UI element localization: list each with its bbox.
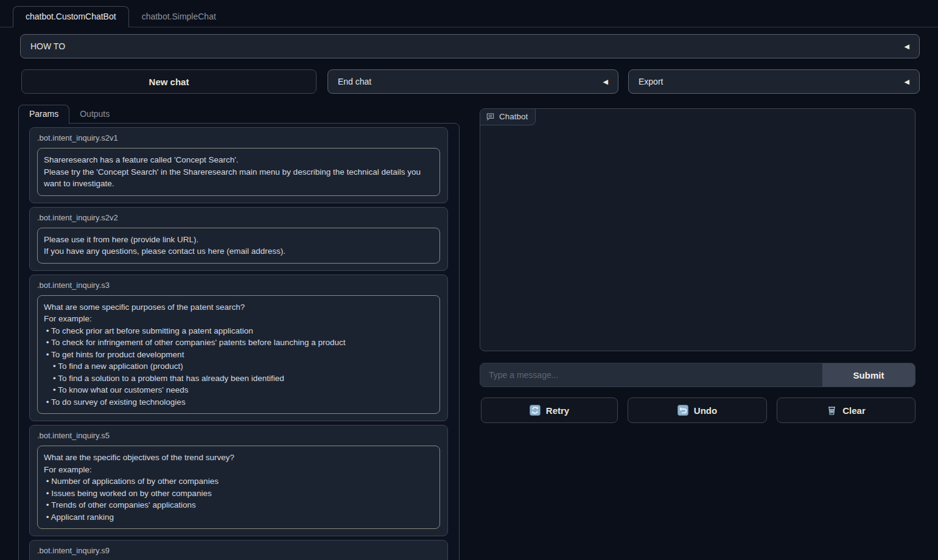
chatbot-label-text: Chatbot [499,112,528,121]
undo-button[interactable]: Undo [628,397,767,423]
param-group: .bot.intent_inquiry.s9 [29,540,448,560]
params-panel: .bot.intent_inquiry.s2v1 Shareresearch h… [18,123,460,560]
clear-button[interactable]: Clear [777,397,915,423]
chevron-left-icon: ◀ [905,43,909,50]
param-label: .bot.intent_inquiry.s2v2 [37,213,440,223]
param-textbox[interactable]: What are the specific objectives of the … [37,446,440,529]
retry-button[interactable]: Retry [481,397,618,423]
tab-params[interactable]: Params [18,105,69,124]
param-textbox[interactable]: Shareresearch has a feature called 'Conc… [37,148,440,196]
tab-custom-chatbot[interactable]: chatbot.CustomChatBot [13,6,129,27]
undo-label: Undo [694,405,717,416]
params-outputs-tab-bar: Params Outputs [18,105,120,124]
end-chat-label: End chat [338,77,371,86]
param-textbox[interactable]: Please use it from here (provide link UR… [37,228,440,264]
clear-icon [827,405,837,416]
chat-bubble-icon [486,112,495,121]
message-input[interactable] [480,363,822,387]
export-accordion[interactable]: Export ◀ [628,69,920,94]
chevron-left-icon: ◀ [603,79,608,85]
message-input-row: Submit [480,363,915,387]
param-group: .bot.intent_inquiry.s3 What are some spe… [29,275,448,422]
clear-label: Clear [842,405,866,416]
chatbot-label: Chatbot [480,109,536,125]
end-chat-accordion[interactable]: End chat ◀ [327,69,618,94]
new-chat-button[interactable]: New chat [21,69,317,94]
param-group: .bot.intent_inquiry.s5 What are the spec… [29,425,448,536]
retry-label: Retry [546,405,569,416]
param-label: .bot.intent_inquiry.s3 [37,281,440,290]
howto-label: HOW TO [30,41,65,51]
export-label: Export [639,77,663,86]
param-textbox[interactable]: What are some specific purposes of the p… [37,295,440,415]
param-group: .bot.intent_inquiry.s2v1 Shareresearch h… [29,127,448,203]
undo-icon [677,405,688,416]
tab-simple-chat[interactable]: chatbot.SimpleChat [129,6,229,27]
chevron-left-icon: ◀ [905,79,909,85]
submit-button[interactable]: Submit [822,363,915,387]
param-label: .bot.intent_inquiry.s2v1 [37,133,440,143]
app-tab-bar: chatbot.CustomChatBot chatbot.SimpleChat [0,0,938,27]
retry-icon [530,405,541,416]
param-group: .bot.intent_inquiry.s2v2 Please use it f… [29,207,448,271]
param-label: .bot.intent_inquiry.s9 [37,546,440,556]
param-label: .bot.intent_inquiry.s5 [37,431,440,441]
howto-accordion[interactable]: HOW TO ◀ [20,34,920,58]
chatbot-panel: Chatbot [480,108,915,351]
tab-outputs[interactable]: Outputs [69,105,120,124]
